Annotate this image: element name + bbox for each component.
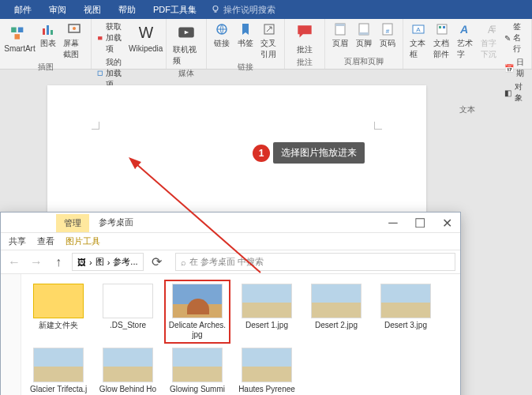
crossref-button[interactable]: 交叉引用 — [257, 21, 281, 62]
close-button[interactable]: ✕ — [433, 213, 460, 233]
get-addins-button[interactable]: 获取加载项 — [95, 21, 129, 55]
file-item[interactable]: Desert 3.jpg — [375, 282, 436, 341]
file-label: Desert 2.jpg — [315, 321, 358, 330]
callout-text: 选择图片拖放进来 — [273, 142, 365, 164]
tab-view[interactable]: 视图 — [76, 1, 109, 19]
link-button[interactable]: 链接 — [210, 21, 234, 51]
wordart-icon: A — [459, 22, 473, 36]
online-video-button[interactable]: 联机视频 — [170, 21, 203, 68]
image-thumbnail — [103, 284, 153, 318]
quickparts-button[interactable]: 文档部件 — [430, 21, 455, 62]
header-button[interactable]: 页眉 — [328, 21, 352, 51]
dropcap-icon: A — [483, 22, 497, 36]
image-thumbnail — [103, 348, 153, 382]
image-thumbnail — [33, 348, 84, 382]
file-label: Delicate Arches.jpg — [168, 321, 227, 340]
refresh-button[interactable]: ⟳ — [148, 254, 166, 271]
tab-pdf[interactable]: PDF工具集 — [145, 1, 204, 19]
tab-help[interactable]: 帮助 — [111, 1, 144, 19]
chart-button[interactable]: 图表 — [36, 21, 60, 51]
breadcrumb-icon: 🖼 — [77, 258, 86, 267]
comment-icon — [294, 22, 315, 43]
file-label: Glowing Summit.jpg — [168, 385, 227, 395]
group-label: 链接 — [210, 62, 281, 74]
wikipedia-button[interactable]: WWikipedia — [129, 21, 163, 55]
group-label: 插图 — [3, 62, 88, 74]
dropcap-button[interactable]: A首字下沉 — [478, 21, 502, 62]
svg-rect-16 — [335, 24, 345, 26]
file-item[interactable]: Desert 1.jpg — [236, 282, 298, 341]
explorer-search-input[interactable]: ⌕ 在 参考桌面 中搜索 — [175, 253, 455, 271]
textbox-icon: A — [411, 22, 425, 36]
svg-rect-1 — [11, 28, 17, 33]
object-button[interactable]: ◧对象 — [502, 81, 528, 104]
footer-button[interactable]: 页脚 — [352, 21, 376, 51]
file-item[interactable]: Glacier Trifecta.jpg — [28, 346, 89, 395]
file-item[interactable]: Glow Behind Hood.jpg — [97, 346, 159, 395]
nav-forward-button[interactable]: → — [28, 254, 45, 271]
svg-rect-2 — [18, 28, 24, 33]
window-title: 参考桌面 — [89, 213, 380, 232]
tell-me-search[interactable]: 操作说明搜索 — [211, 4, 275, 16]
datetime-button[interactable]: 📅日期 — [502, 56, 528, 80]
file-grid: 新建文件夹.DS_StoreDelicate Arches.jpgDesert … — [21, 274, 460, 395]
pagenum-icon: # — [380, 22, 395, 36]
object-icon: ◧ — [504, 87, 512, 98]
svg-point-8 — [73, 27, 76, 30]
file-item[interactable]: .DS_Store — [97, 282, 159, 341]
smartart-button[interactable]: SmartArt — [3, 21, 36, 55]
svg-rect-6 — [51, 30, 53, 35]
tab-mail[interactable]: 邮件 — [6, 1, 39, 19]
bookmark-button[interactable]: 书签 — [234, 21, 257, 51]
maximize-button[interactable]: ☐ — [406, 213, 433, 233]
bookmark-icon — [238, 22, 253, 36]
tab-review[interactable]: 审阅 — [41, 1, 74, 19]
folder-icon — [33, 284, 84, 318]
tab-share[interactable]: 共享 — [9, 235, 26, 247]
footer-icon — [357, 22, 371, 36]
group-text: A文本框 文档部件 A艺术字 A首字下沉 ✎签名行 📅日期 ◧对象 文本 — [403, 19, 532, 69]
group-headerfooter: 页眉 页脚 #页码 页眉和页脚 — [325, 19, 403, 69]
file-label: Desert 1.jpg — [245, 321, 288, 330]
wikipedia-icon: W — [136, 22, 156, 43]
ribbon-tabs: 邮件 审阅 视图 帮助 PDF工具集 操作说明搜索 — [0, 0, 532, 19]
wordart-button[interactable]: A艺术字 — [454, 21, 478, 62]
group-label: 媒体 — [170, 68, 203, 81]
group-label: 页眉和页脚 — [328, 56, 399, 69]
explorer-sidebar[interactable] — [1, 274, 21, 395]
breadcrumb[interactable]: 🖼 › 图 › 参考... — [72, 253, 144, 271]
minimize-button[interactable]: ─ — [380, 213, 406, 233]
svg-rect-10 — [99, 71, 103, 75]
pagenum-button[interactable]: #页码 — [376, 21, 399, 51]
svg-rect-24 — [439, 26, 441, 28]
svg-rect-4 — [43, 28, 45, 35]
file-item[interactable]: Hautes Pyrenees.jpg — [236, 346, 298, 395]
margin-corner — [374, 122, 382, 130]
file-item[interactable]: Desert 2.jpg — [305, 282, 367, 341]
video-icon — [176, 22, 197, 43]
signature-button[interactable]: ✎签名行 — [502, 21, 528, 55]
file-item[interactable]: 新建文件夹 — [28, 282, 89, 341]
link-icon — [215, 22, 229, 36]
comment-button[interactable]: 批注 — [288, 21, 321, 57]
file-explorer-window: 管理 参考桌面 ─ ☐ ✕ 共享 查看 图片工具 ← → ↑ 🖼 › 图 › 参… — [0, 212, 461, 395]
file-item[interactable]: Glowing Summit.jpg — [167, 346, 228, 395]
annotation-callout: 1 选择图片拖放进来 — [253, 142, 365, 164]
nav-back-button[interactable]: ← — [6, 254, 23, 271]
lightbulb-icon — [211, 5, 220, 14]
title-context-tab[interactable]: 管理 — [56, 214, 89, 232]
image-thumbnail — [311, 284, 362, 318]
file-label: .DS_Store — [110, 321, 146, 330]
tab-picture-tools[interactable]: 图片工具 — [66, 235, 100, 247]
group-illustrations: SmartArt 图表 屏幕截图 插图 — [0, 19, 92, 69]
file-label: Glow Behind Hood.jpg — [99, 385, 157, 395]
signature-icon: ✎ — [504, 32, 511, 43]
image-thumbnail — [242, 284, 292, 318]
document-page[interactable] — [47, 85, 426, 228]
tab-viewmode[interactable]: 查看 — [37, 235, 54, 247]
screenshot-button[interactable]: 屏幕截图 — [60, 21, 88, 62]
nav-up-button[interactable]: ↑ — [50, 254, 67, 271]
textbox-button[interactable]: A文本框 — [406, 21, 430, 62]
group-media: 联机视频 媒体 — [167, 19, 207, 69]
file-item[interactable]: Delicate Arches.jpg — [167, 282, 228, 341]
